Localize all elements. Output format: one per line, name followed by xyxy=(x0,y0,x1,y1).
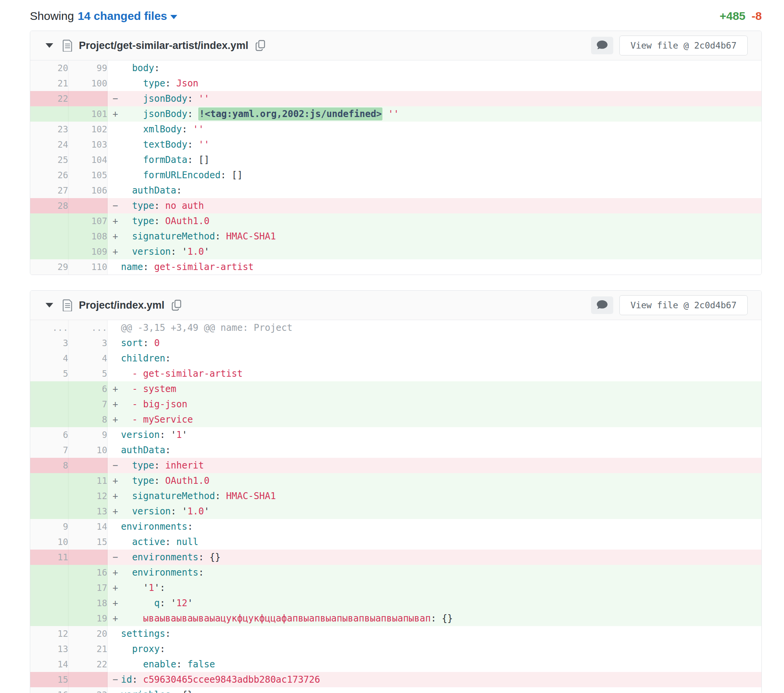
old-line-number[interactable]: 16 xyxy=(30,687,69,693)
old-line-number[interactable] xyxy=(30,504,69,519)
new-line-number[interactable] xyxy=(69,458,107,473)
old-line-number[interactable] xyxy=(30,412,69,427)
new-line-number[interactable]: 106 xyxy=(69,183,107,198)
diff-row: 25104 formData: [] xyxy=(30,152,761,168)
new-line-number[interactable]: 11 xyxy=(69,473,107,488)
old-line-number[interactable] xyxy=(30,488,69,504)
new-line-number[interactable]: ... xyxy=(69,320,107,335)
new-line-number[interactable] xyxy=(69,91,107,106)
old-line-number[interactable]: 11 xyxy=(30,550,69,565)
old-line-number[interactable] xyxy=(30,106,69,122)
new-line-number[interactable]: 17 xyxy=(69,580,107,596)
view-file-button[interactable]: View file @ 2c0d4b67 xyxy=(619,295,748,315)
new-line-number[interactable]: 20 xyxy=(69,626,107,641)
file-path[interactable]: Project/get-similar-artist/index.yml xyxy=(79,40,249,52)
old-line-number[interactable]: ... xyxy=(30,320,69,335)
old-line-number[interactable]: 9 xyxy=(30,519,69,534)
old-line-number[interactable]: 28 xyxy=(30,198,69,213)
comment-button[interactable] xyxy=(591,37,613,54)
new-line-number[interactable]: 104 xyxy=(69,152,107,168)
new-line-number[interactable]: 5 xyxy=(69,366,107,381)
old-line-number[interactable] xyxy=(30,580,69,596)
new-line-number[interactable]: 105 xyxy=(69,168,107,183)
old-line-number[interactable]: 24 xyxy=(30,137,69,152)
old-line-number[interactable]: 14 xyxy=(30,657,69,672)
old-line-number[interactable]: 27 xyxy=(30,183,69,198)
old-line-number[interactable]: 26 xyxy=(30,168,69,183)
old-line-number[interactable]: 6 xyxy=(30,427,69,442)
old-line-number[interactable] xyxy=(30,611,69,626)
old-line-number[interactable]: 8 xyxy=(30,458,69,473)
code-segment: body xyxy=(121,63,154,74)
old-line-number[interactable]: 10 xyxy=(30,534,69,550)
new-line-number[interactable]: 7 xyxy=(69,397,107,412)
code-segment: : ' xyxy=(160,430,176,440)
old-line-number[interactable]: 5 xyxy=(30,366,69,381)
new-line-number[interactable]: 4 xyxy=(69,351,107,366)
new-line-number[interactable]: 6 xyxy=(69,381,107,397)
new-line-number[interactable]: 15 xyxy=(69,534,107,550)
new-line-number[interactable]: 109 xyxy=(69,244,107,259)
new-line-number[interactable]: 13 xyxy=(69,504,107,519)
old-line-number[interactable] xyxy=(30,229,69,244)
new-line-number[interactable] xyxy=(69,198,107,213)
old-line-number[interactable]: 21 xyxy=(30,76,69,91)
new-line-number[interactable]: 101 xyxy=(69,106,107,122)
old-line-number[interactable] xyxy=(30,381,69,397)
new-line-number[interactable]: 110 xyxy=(69,259,107,274)
new-line-number[interactable]: 18 xyxy=(69,596,107,611)
old-line-number[interactable]: 7 xyxy=(30,442,69,458)
new-line-number[interactable] xyxy=(69,672,107,687)
file-path[interactable]: Project/index.yml xyxy=(79,299,165,311)
code-segment: : xyxy=(187,93,198,104)
old-line-number[interactable] xyxy=(30,473,69,488)
new-line-number[interactable]: 22 xyxy=(69,657,107,672)
changed-files-dropdown[interactable]: 14 changed files xyxy=(78,10,177,23)
new-line-number[interactable]: 8 xyxy=(69,412,107,427)
old-line-number[interactable]: 15 xyxy=(30,672,69,687)
old-line-number[interactable]: 25 xyxy=(30,152,69,168)
diff-marker: + xyxy=(107,580,121,596)
old-line-number[interactable]: 22 xyxy=(30,91,69,106)
new-line-number[interactable]: 12 xyxy=(69,488,107,504)
new-line-number[interactable]: 100 xyxy=(69,76,107,91)
copy-path-icon[interactable] xyxy=(171,299,182,311)
code-segment: : xyxy=(215,491,226,501)
collapse-caret-icon[interactable] xyxy=(46,303,53,307)
old-line-number[interactable]: 4 xyxy=(30,351,69,366)
old-line-number[interactable] xyxy=(30,565,69,580)
new-line-number[interactable]: 14 xyxy=(69,519,107,534)
new-line-number[interactable]: 103 xyxy=(69,137,107,152)
new-line-number[interactable]: 23 xyxy=(69,687,107,693)
new-line-number[interactable]: 21 xyxy=(69,641,107,657)
diff-row: 13+ version: '1.0' xyxy=(30,504,761,519)
old-line-number[interactable]: 13 xyxy=(30,641,69,657)
code-segment: version xyxy=(121,246,171,257)
code-segment: environments xyxy=(121,552,198,563)
new-line-number[interactable]: 108 xyxy=(69,229,107,244)
new-line-number[interactable] xyxy=(69,550,107,565)
new-line-number[interactable]: 16 xyxy=(69,565,107,580)
old-line-number[interactable] xyxy=(30,397,69,412)
old-line-number[interactable]: 29 xyxy=(30,259,69,274)
view-file-button[interactable]: View file @ 2c0d4b67 xyxy=(619,36,748,56)
diff-row: 17+ '1': xyxy=(30,580,761,596)
copy-path-icon[interactable] xyxy=(255,40,266,51)
comment-button[interactable] xyxy=(591,296,613,314)
new-line-number[interactable]: 9 xyxy=(69,427,107,442)
collapse-caret-icon[interactable] xyxy=(46,43,53,48)
old-line-number[interactable]: 3 xyxy=(30,335,69,351)
new-line-number[interactable]: 99 xyxy=(69,61,107,76)
old-line-number[interactable]: 12 xyxy=(30,626,69,641)
old-line-number[interactable] xyxy=(30,244,69,259)
new-line-number[interactable]: 107 xyxy=(69,213,107,229)
old-line-number[interactable]: 20 xyxy=(30,61,69,76)
old-line-number[interactable] xyxy=(30,213,69,229)
old-line-number[interactable]: 23 xyxy=(30,122,69,137)
new-line-number[interactable]: 102 xyxy=(69,122,107,137)
old-line-number[interactable] xyxy=(30,596,69,611)
new-line-number[interactable]: 3 xyxy=(69,335,107,351)
new-line-number[interactable]: 19 xyxy=(69,611,107,626)
diff-row: 101+ jsonBody: !<tag:yaml.org,2002:js/un… xyxy=(30,106,761,122)
new-line-number[interactable]: 10 xyxy=(69,442,107,458)
